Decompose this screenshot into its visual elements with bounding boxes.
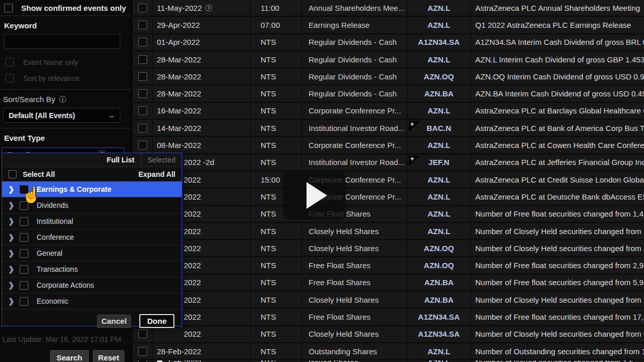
event-type-category-item[interactable]: ❯ Institutional (2, 213, 182, 229)
row-checkbox[interactable] (138, 55, 147, 64)
table-row[interactable]: 2022i NTS Free Float Shares +AZN.OQ Numb… (133, 257, 644, 274)
search-button[interactable]: Search (50, 350, 89, 362)
row-checkbox[interactable] (138, 38, 147, 46)
expand-all-button[interactable]: Expand All (138, 170, 175, 178)
table-row[interactable]: 29-Apr-2022i 07:00 Earnings Release +AZN… (133, 17, 644, 34)
event-type-category-item[interactable]: ❯ Conference (2, 229, 182, 245)
ric-code[interactable]: JEF.N (428, 158, 449, 167)
row-checkbox[interactable] (138, 141, 147, 150)
ric-code[interactable]: A1ZN34.SA (418, 312, 460, 321)
category-checkbox[interactable] (20, 281, 28, 290)
table-row[interactable]: 2022i NTS Closely Held Shares +AZN.BA Nu… (133, 292, 644, 309)
row-checkbox[interactable] (138, 21, 147, 29)
chevron-right-icon[interactable]: ❯ (8, 201, 20, 209)
category-checkbox[interactable] (20, 233, 28, 242)
table-row[interactable]: 2022i NTS Free Float Shares +A1ZN34.SA N… (133, 309, 644, 326)
event-type: Outstanding Shares (302, 343, 408, 359)
cancel-button[interactable]: Cancel (97, 315, 131, 328)
row-checkbox[interactable] (138, 347, 147, 356)
ric-code[interactable]: AZN.L (427, 347, 450, 356)
table-row[interactable]: 2022i NTS Closely Held Shares +AZN.L Num… (133, 223, 644, 240)
chevron-right-icon[interactable]: ❯ (8, 217, 20, 225)
info-icon[interactable]: i (59, 96, 66, 103)
event-description: Number of Closely Held securities change… (471, 223, 644, 239)
ric-code[interactable]: AZN.L (427, 141, 450, 150)
event-description: AZN.OQ Interim Cash Dividend of gross US… (471, 69, 644, 84)
event-type: Regular Dividends - Cash (302, 52, 408, 67)
event-type: Closely Held Shares (302, 240, 408, 256)
chevron-right-icon[interactable]: ❯ (8, 233, 20, 241)
done-button[interactable]: Done (139, 314, 174, 328)
tab-full-list[interactable]: Full List (101, 153, 141, 167)
ric-code[interactable]: BAC.N (427, 124, 452, 133)
info-icon[interactable]: i (205, 5, 212, 11)
ric-code[interactable]: AZN.L (427, 175, 450, 184)
ric-code[interactable]: AZN.L (427, 4, 450, 12)
table-row[interactable]: 2022i NTS Corporate Conference Pr... +AZ… (133, 189, 644, 206)
table-row[interactable]: 2022i NTS Free Float Shares +AZN.BA Numb… (133, 275, 644, 292)
keyword-input[interactable] (4, 34, 120, 49)
row-checkbox[interactable] (138, 72, 147, 81)
ric-code[interactable]: A1ZN34.SA (418, 330, 460, 338)
ric-code[interactable]: AZN.OQ (424, 72, 454, 81)
row-checkbox[interactable] (138, 4, 147, 12)
chevron-right-icon[interactable]: ❯ (8, 297, 20, 305)
plus-icon[interactable]: + (409, 121, 420, 132)
ric-code[interactable]: AZN.L (427, 21, 450, 29)
event-type-category-item[interactable]: ❯ Transactions (2, 261, 182, 277)
table-row[interactable]: 2022i NTS Closely Held Shares +AZN.OQ Nu… (133, 240, 644, 257)
chevron-right-icon[interactable]: ❯ (8, 185, 20, 193)
row-checkbox[interactable] (138, 89, 147, 98)
table-row[interactable]: 28-Mar-2022i NTS Regular Dividends - Cas… (133, 86, 644, 103)
event-description: AstraZeneca PLC at Cowen Health Care Con… (471, 137, 644, 153)
table-row[interactable]: 01-Apr-2022i NTS Regular Dividends - Cas… (133, 35, 644, 52)
table-row[interactable]: 16-Mar-2022i NTS Corporate Conference Pr… (133, 103, 644, 120)
category-label: Institutional (37, 217, 73, 225)
table-row[interactable]: 2022i NTS Free Float Shares +AZN.L Numbe… (133, 206, 644, 223)
ric-code[interactable]: AZN.BA (424, 278, 454, 287)
ric-code[interactable]: AZN.BA (424, 295, 454, 304)
ric-code[interactable]: AZN.L (427, 227, 450, 236)
ric-code[interactable]: AZN.L (427, 209, 450, 218)
sort-by-relevance-checkbox[interactable] (5, 74, 14, 83)
sort-search-select[interactable]: Default (All Events) ⌄ (3, 108, 120, 123)
plus-icon[interactable]: + (409, 156, 420, 167)
ric-code[interactable]: AZN.OQ (424, 261, 454, 270)
category-checkbox[interactable] (20, 265, 28, 274)
category-checkbox[interactable] (20, 217, 28, 226)
chevron-right-icon[interactable]: ❯ (8, 281, 20, 289)
table-row[interactable]: 28-Mar-2022i NTS Regular Dividends - Cas… (133, 52, 644, 69)
chevron-right-icon[interactable]: ❯ (8, 265, 20, 273)
event-name-only-checkbox[interactable] (5, 58, 14, 67)
category-checkbox[interactable] (20, 249, 28, 258)
ric-code[interactable]: AZN.OQ (424, 244, 454, 253)
row-checkbox[interactable] (138, 106, 147, 115)
table-row[interactable]: 2022 -2di NTS Institutional Investor Roa… (133, 155, 644, 172)
event-type-category-item[interactable]: ❯ Economic (2, 293, 182, 309)
table-row[interactable]: 28-Feb-2022i NTS Outstanding Shares +AZN… (133, 343, 644, 360)
ric-code[interactable]: AZN.BA (424, 89, 454, 98)
reset-button[interactable]: Reset (93, 350, 124, 362)
table-row[interactable]: 11-May-2022i 11:00 Annual Shareholders M… (133, 0, 644, 17)
video-play-button[interactable] (283, 171, 346, 220)
show-confirmed-checkbox[interactable] (4, 4, 13, 12)
table-row[interactable]: 2022i NTS Closely Held Shares +A1ZN34.SA… (133, 326, 644, 343)
table-row[interactable]: 2022i 15:00 Corporate Conference Pr... +… (133, 172, 644, 189)
row-checkbox[interactable] (138, 124, 147, 133)
event-time: NTS (251, 35, 302, 50)
chevron-right-icon[interactable]: ❯ (8, 249, 20, 257)
ric-code[interactable]: AZN.L (427, 55, 450, 64)
table-row[interactable]: 14-Mar-2022i NTS Institutional Investor … (133, 120, 644, 137)
category-checkbox[interactable] (20, 297, 28, 306)
event-type-category-item[interactable]: ❯ General (2, 245, 182, 261)
ric-code[interactable]: A1ZN34.SA (418, 38, 460, 46)
tab-selected[interactable]: Selected (141, 153, 182, 167)
event-type-category-item[interactable]: ❯ Corporate Actions (2, 277, 182, 293)
event-date: 16-Mar-2022 (157, 106, 201, 115)
select-all-checkbox[interactable] (8, 170, 17, 178)
table-row[interactable]: 08-Mar-2022i NTS Corporate Conference Pr… (133, 137, 644, 154)
ric-code[interactable]: AZN.L (427, 192, 450, 201)
table-row[interactable]: 28-Mar-2022i NTS Regular Dividends - Cas… (133, 69, 644, 86)
ric-code[interactable]: AZN.L (427, 106, 450, 115)
event-time: NTS (251, 326, 302, 342)
